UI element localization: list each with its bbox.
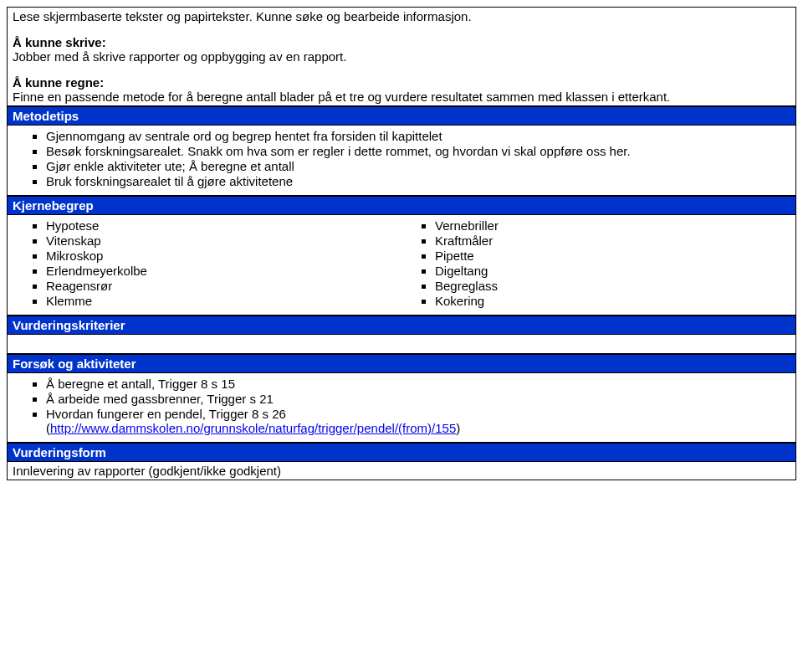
list-item: Vernebriller bbox=[435, 218, 790, 233]
link-suffix: ) bbox=[456, 421, 460, 435]
document-table: Lese skjermbaserte tekster og papirtekst… bbox=[7, 7, 796, 480]
list-item: Klemme bbox=[46, 294, 402, 308]
kjernebegrep-body: Hypotese Vitenskap Mikroskop Erlendmeyer… bbox=[8, 215, 795, 315]
kjernebegrep-header: Kjernebegrep bbox=[8, 196, 795, 215]
metodetips-header: Metodetips bbox=[8, 106, 795, 126]
vurderingskriterier-body bbox=[8, 335, 795, 354]
list-item: Mikroskop bbox=[46, 249, 402, 263]
skrive-heading: Å kunne skrive: bbox=[13, 35, 790, 49]
list-item: Erlendmeyerkolbe bbox=[46, 264, 402, 278]
pendel-text: Hvordan fungerer en pendel, Trigger 8 s … bbox=[46, 407, 286, 421]
regne-heading: Å kunne regne: bbox=[13, 75, 790, 90]
list-item: Bruk forskningsarealet til å gjøre aktiv… bbox=[46, 174, 790, 188]
list-item: Hypotese bbox=[46, 218, 402, 233]
regne-body: Finne en passende metode for å beregne a… bbox=[13, 90, 790, 104]
list-item: Kokering bbox=[435, 294, 790, 308]
intro-line1: Lese skjermbaserte tekster og papirtekst… bbox=[13, 9, 790, 23]
list-item: Kraftmåler bbox=[435, 233, 790, 248]
list-item: Å beregne et antall, Trigger 8 s 15 bbox=[46, 377, 790, 391]
forsok-body: Å beregne et antall, Trigger 8 s 15 Å ar… bbox=[8, 373, 795, 443]
vurderingsform-body: Innlevering av rapporter (godkjent/ikke … bbox=[8, 462, 795, 480]
list-item: Hvordan fungerer en pendel, Trigger 8 s … bbox=[46, 407, 790, 435]
list-item: Gjennomgang av sentrale ord og begrep he… bbox=[46, 129, 790, 143]
intro-section: Lese skjermbaserte tekster og papirtekst… bbox=[8, 8, 795, 106]
skrive-body: Jobber med å skrive rapporter og oppbygg… bbox=[13, 49, 790, 64]
list-item: Digeltang bbox=[435, 264, 790, 278]
pendel-link[interactable]: http://www.dammskolen.no/grunnskole/natu… bbox=[50, 421, 456, 435]
list-item: Begreglass bbox=[435, 279, 790, 293]
list-item: Gjør enkle aktiviteter ute; Å beregne et… bbox=[46, 159, 790, 173]
list-item: Å arbeide med gassbrenner, Trigger s 21 bbox=[46, 392, 790, 406]
list-item: Pipette bbox=[435, 249, 790, 263]
vurderingsform-header: Vurderingsform bbox=[8, 443, 795, 462]
metodetips-body: Gjennomgang av sentrale ord og begrep he… bbox=[8, 126, 795, 196]
vurderingskriterier-header: Vurderingskriterier bbox=[8, 315, 795, 335]
list-item: Vitenskap bbox=[46, 233, 402, 248]
list-item: Reagensrør bbox=[46, 279, 402, 293]
list-item: Besøk forskningsarealet. Snakk om hva so… bbox=[46, 144, 790, 158]
forsok-header: Forsøk og aktiviteter bbox=[8, 354, 795, 373]
